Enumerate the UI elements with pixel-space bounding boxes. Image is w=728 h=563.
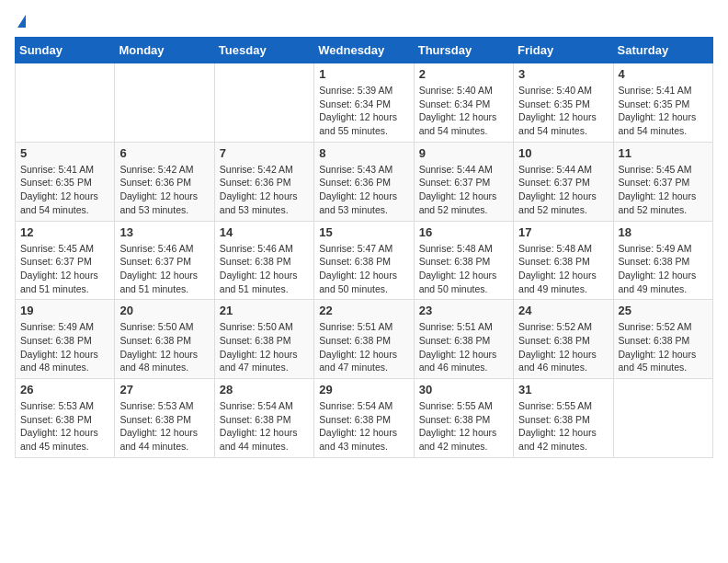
day-number: 16	[419, 225, 508, 239]
day-info: Sunrise: 5:52 AMSunset: 6:38 PMDaylight:…	[619, 320, 708, 374]
day-info: Sunrise: 5:40 AMSunset: 6:34 PMDaylight:…	[419, 84, 508, 138]
day-number: 28	[220, 383, 309, 396]
weekday-header-tuesday: Tuesday	[214, 38, 313, 63]
day-info: Sunrise: 5:41 AMSunset: 6:35 PMDaylight:…	[619, 84, 708, 138]
calendar-cell: 30Sunrise: 5:55 AMSunset: 6:38 PMDayligh…	[414, 379, 513, 458]
weekday-header-row: SundayMondayTuesdayWednesdayThursdayFrid…	[16, 38, 713, 63]
calendar-cell: 19Sunrise: 5:49 AMSunset: 6:38 PMDayligh…	[16, 300, 115, 379]
calendar-week-row: 19Sunrise: 5:49 AMSunset: 6:38 PMDayligh…	[16, 300, 713, 379]
calendar-cell: 21Sunrise: 5:50 AMSunset: 6:38 PMDayligh…	[214, 300, 313, 379]
day-info: Sunrise: 5:51 AMSunset: 6:38 PMDaylight:…	[419, 320, 508, 374]
day-info: Sunrise: 5:48 AMSunset: 6:38 PMDaylight:…	[518, 242, 608, 296]
day-number: 21	[220, 304, 309, 317]
calendar-cell	[613, 379, 712, 458]
calendar-week-row: 12Sunrise: 5:45 AMSunset: 6:37 PMDayligh…	[16, 221, 713, 300]
calendar-cell	[16, 63, 115, 143]
day-info: Sunrise: 5:47 AMSunset: 6:38 PMDaylight:…	[319, 242, 408, 296]
day-number: 17	[518, 225, 608, 239]
day-info: Sunrise: 5:50 AMSunset: 6:38 PMDaylight:…	[119, 320, 209, 374]
day-info: Sunrise: 5:41 AMSunset: 6:35 PMDaylight:…	[20, 163, 109, 217]
page-header	[15, 15, 713, 26]
calendar-cell: 31Sunrise: 5:55 AMSunset: 6:38 PMDayligh…	[514, 379, 613, 458]
day-info: Sunrise: 5:40 AMSunset: 6:35 PMDaylight:…	[518, 84, 608, 138]
weekday-header-sunday: Sunday	[16, 38, 115, 63]
day-number: 31	[518, 383, 608, 396]
calendar-cell: 23Sunrise: 5:51 AMSunset: 6:38 PMDayligh…	[414, 300, 513, 379]
calendar-cell	[214, 63, 313, 143]
day-number: 18	[619, 225, 708, 239]
day-info: Sunrise: 5:44 AMSunset: 6:37 PMDaylight:…	[518, 163, 608, 217]
calendar-cell: 25Sunrise: 5:52 AMSunset: 6:38 PMDayligh…	[613, 300, 712, 379]
day-number: 24	[518, 304, 608, 317]
day-info: Sunrise: 5:55 AMSunset: 6:38 PMDaylight:…	[419, 399, 508, 454]
day-info: Sunrise: 5:42 AMSunset: 6:36 PMDaylight:…	[220, 163, 309, 217]
day-number: 27	[119, 383, 209, 396]
day-info: Sunrise: 5:45 AMSunset: 6:37 PMDaylight:…	[619, 163, 708, 217]
day-number: 26	[20, 383, 109, 396]
day-info: Sunrise: 5:54 AMSunset: 6:38 PMDaylight:…	[220, 399, 309, 454]
day-info: Sunrise: 5:54 AMSunset: 6:38 PMDaylight:…	[319, 399, 408, 454]
calendar-cell: 15Sunrise: 5:47 AMSunset: 6:38 PMDayligh…	[314, 221, 414, 300]
calendar-cell: 27Sunrise: 5:53 AMSunset: 6:38 PMDayligh…	[115, 379, 214, 458]
calendar-cell: 4Sunrise: 5:41 AMSunset: 6:35 PMDaylight…	[613, 63, 712, 143]
calendar-cell: 13Sunrise: 5:46 AMSunset: 6:37 PMDayligh…	[115, 221, 214, 300]
calendar-cell: 29Sunrise: 5:54 AMSunset: 6:38 PMDayligh…	[314, 379, 414, 458]
day-number: 3	[518, 67, 608, 81]
day-info: Sunrise: 5:51 AMSunset: 6:38 PMDaylight:…	[319, 320, 408, 374]
day-number: 1	[319, 67, 408, 81]
calendar-cell: 10Sunrise: 5:44 AMSunset: 6:37 PMDayligh…	[514, 142, 613, 221]
logo	[15, 15, 26, 26]
day-number: 23	[419, 304, 508, 317]
weekday-header-friday: Friday	[514, 38, 613, 63]
logo-triangle-icon	[17, 15, 26, 28]
calendar-cell: 3Sunrise: 5:40 AMSunset: 6:35 PMDaylight…	[514, 63, 613, 143]
calendar-week-row: 1Sunrise: 5:39 AMSunset: 6:34 PMDaylight…	[16, 63, 713, 143]
calendar-cell: 5Sunrise: 5:41 AMSunset: 6:35 PMDaylight…	[16, 142, 115, 221]
calendar-table: SundayMondayTuesdayWednesdayThursdayFrid…	[15, 37, 713, 458]
weekday-header-saturday: Saturday	[613, 38, 712, 63]
day-number: 20	[119, 304, 209, 317]
day-info: Sunrise: 5:53 AMSunset: 6:38 PMDaylight:…	[20, 399, 109, 454]
day-info: Sunrise: 5:53 AMSunset: 6:38 PMDaylight:…	[119, 399, 209, 454]
calendar-cell: 1Sunrise: 5:39 AMSunset: 6:34 PMDaylight…	[314, 63, 414, 143]
day-number: 10	[518, 146, 608, 160]
day-number: 14	[220, 225, 309, 239]
calendar-cell: 20Sunrise: 5:50 AMSunset: 6:38 PMDayligh…	[115, 300, 214, 379]
day-number: 13	[119, 225, 209, 239]
calendar-cell: 26Sunrise: 5:53 AMSunset: 6:38 PMDayligh…	[16, 379, 115, 458]
day-info: Sunrise: 5:39 AMSunset: 6:34 PMDaylight:…	[319, 84, 408, 138]
day-info: Sunrise: 5:43 AMSunset: 6:36 PMDaylight:…	[319, 163, 408, 217]
calendar-cell: 22Sunrise: 5:51 AMSunset: 6:38 PMDayligh…	[314, 300, 414, 379]
day-info: Sunrise: 5:50 AMSunset: 6:38 PMDaylight:…	[220, 320, 309, 374]
day-number: 22	[319, 304, 408, 317]
day-info: Sunrise: 5:46 AMSunset: 6:38 PMDaylight:…	[220, 242, 309, 296]
day-info: Sunrise: 5:55 AMSunset: 6:38 PMDaylight:…	[518, 399, 608, 454]
calendar-cell: 16Sunrise: 5:48 AMSunset: 6:38 PMDayligh…	[414, 221, 513, 300]
calendar-week-row: 26Sunrise: 5:53 AMSunset: 6:38 PMDayligh…	[16, 379, 713, 458]
calendar-cell: 2Sunrise: 5:40 AMSunset: 6:34 PMDaylight…	[414, 63, 513, 143]
day-number: 6	[119, 146, 209, 160]
day-number: 5	[20, 146, 109, 160]
day-info: Sunrise: 5:46 AMSunset: 6:37 PMDaylight:…	[119, 242, 209, 296]
calendar-cell: 6Sunrise: 5:42 AMSunset: 6:36 PMDaylight…	[115, 142, 214, 221]
day-info: Sunrise: 5:45 AMSunset: 6:37 PMDaylight:…	[20, 242, 109, 296]
day-number: 9	[419, 146, 508, 160]
day-info: Sunrise: 5:49 AMSunset: 6:38 PMDaylight:…	[619, 242, 708, 296]
calendar-cell: 18Sunrise: 5:49 AMSunset: 6:38 PMDayligh…	[613, 221, 712, 300]
calendar-cell: 24Sunrise: 5:52 AMSunset: 6:38 PMDayligh…	[514, 300, 613, 379]
calendar-cell: 12Sunrise: 5:45 AMSunset: 6:37 PMDayligh…	[16, 221, 115, 300]
day-number: 12	[20, 225, 109, 239]
calendar-cell: 11Sunrise: 5:45 AMSunset: 6:37 PMDayligh…	[613, 142, 712, 221]
day-info: Sunrise: 5:49 AMSunset: 6:38 PMDaylight:…	[20, 320, 109, 374]
weekday-header-wednesday: Wednesday	[314, 38, 414, 63]
calendar-cell: 17Sunrise: 5:48 AMSunset: 6:38 PMDayligh…	[514, 221, 613, 300]
calendar-cell: 7Sunrise: 5:42 AMSunset: 6:36 PMDaylight…	[214, 142, 313, 221]
day-number: 15	[319, 225, 408, 239]
day-info: Sunrise: 5:42 AMSunset: 6:36 PMDaylight:…	[119, 163, 209, 217]
day-number: 4	[619, 67, 708, 81]
weekday-header-monday: Monday	[115, 38, 214, 63]
day-number: 29	[319, 383, 408, 396]
calendar-cell: 28Sunrise: 5:54 AMSunset: 6:38 PMDayligh…	[214, 379, 313, 458]
calendar-cell: 9Sunrise: 5:44 AMSunset: 6:37 PMDaylight…	[414, 142, 513, 221]
weekday-header-thursday: Thursday	[414, 38, 513, 63]
